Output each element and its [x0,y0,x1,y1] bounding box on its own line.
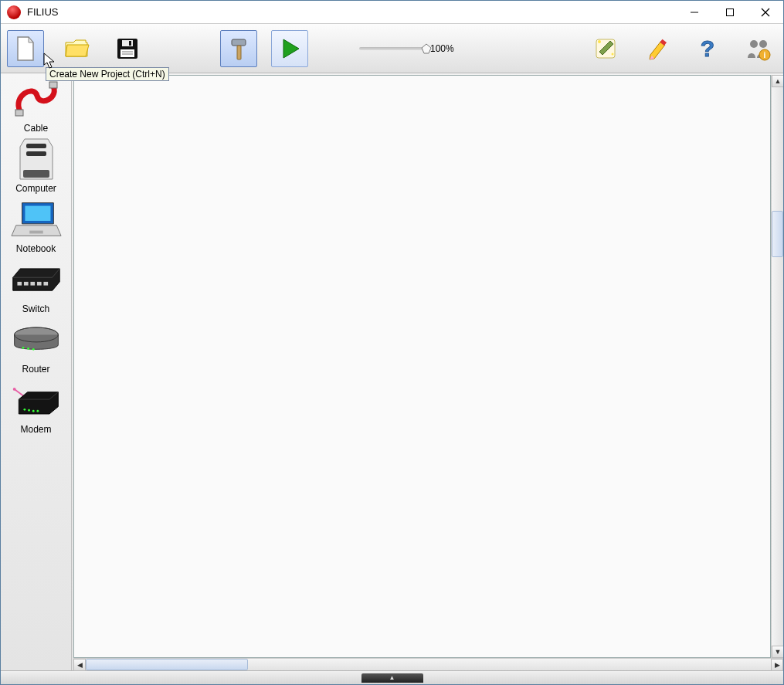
play-icon [276,35,304,63]
app-title: FILIUS [27,6,58,18]
svg-rect-28 [17,282,22,286]
palette-label: Cable [3,123,70,134]
svg-rect-21 [15,110,23,116]
design-canvas[interactable] [73,75,771,658]
svg-text:?: ? [701,36,714,61]
wizard-icon [592,35,619,63]
scroll-up-icon[interactable]: ▲ [772,75,784,87]
svg-rect-1 [727,8,734,15]
component-palette: Cable Computer [1,73,72,670]
palette-item-modem[interactable]: Modem [3,376,70,436]
scroll-left-icon[interactable]: ◀ [73,659,86,671]
new-project-button[interactable] [7,30,44,67]
tooltip: Create New Project (Ctrl+N) [46,67,169,81]
switch-icon [10,265,63,296]
svg-point-36 [27,348,29,350]
svg-point-43 [36,410,39,412]
svg-point-37 [32,348,34,351]
canvas-wrap: ▲ ▼ ◀ ▶ [72,73,783,670]
notebook-icon [10,199,63,241]
svg-point-40 [23,409,25,411]
floppy-icon [114,35,141,63]
palette-item-notebook[interactable]: Notebook [3,195,70,256]
scroll-thumb[interactable] [772,211,783,257]
design-mode-button[interactable] [220,30,257,67]
palette-label: Switch [3,304,70,314]
palette-item-computer[interactable]: Computer [3,135,70,195]
main-area: Cable Computer [1,73,783,670]
panel-expand-handle[interactable]: ▲ [361,673,423,683]
svg-point-17 [750,40,758,48]
maximize-button[interactable] [712,1,748,24]
palette-item-cable[interactable]: Cable [3,75,70,135]
svg-rect-29 [23,282,28,286]
modem-icon [10,382,63,419]
hammer-icon [225,35,253,63]
wizard-button[interactable] [587,30,624,67]
svg-point-41 [28,409,30,412]
svg-point-42 [32,410,34,412]
scroll-down-icon[interactable]: ▼ [772,646,784,658]
scroll-thumb[interactable] [86,659,248,670]
svg-rect-22 [49,82,57,88]
svg-rect-31 [36,282,41,286]
svg-rect-6 [129,41,131,46]
titlebar: FILIUS [1,1,783,24]
zoom-slider[interactable]: 100% [359,43,454,54]
help-button[interactable]: ? [689,30,726,67]
palette-label: Router [3,364,70,375]
about-button[interactable]: i [740,30,777,67]
svg-point-13 [598,40,601,43]
svg-rect-25 [23,170,49,178]
scroll-right-icon[interactable]: ▶ [771,659,783,671]
toolbar: 100% ? [1,24,783,73]
slider-thumb-icon [421,43,432,54]
simulation-mode-button[interactable] [271,30,308,67]
palette-label: Computer [3,183,70,194]
app-icon [7,5,21,19]
question-icon: ? [694,35,721,63]
svg-point-14 [612,53,614,55]
documentation-button[interactable] [638,30,675,67]
palette-item-switch[interactable]: Switch [3,256,70,316]
svg-rect-10 [232,39,246,46]
people-info-icon: i [745,35,772,63]
save-project-button[interactable] [109,30,146,67]
svg-rect-26 [25,206,50,221]
open-project-button[interactable] [58,30,95,67]
svg-rect-24 [26,151,46,156]
svg-rect-27 [29,231,42,234]
close-button[interactable] [748,1,783,24]
cable-icon [11,80,62,119]
svg-point-18 [759,40,767,48]
svg-point-39 [12,388,15,391]
vertical-scrollbar[interactable]: ▲ ▼ [771,75,783,658]
svg-rect-30 [30,282,35,286]
svg-rect-7 [120,49,134,57]
svg-point-35 [22,347,24,349]
computer-tower-icon [11,136,62,184]
router-icon [10,324,63,358]
svg-rect-23 [26,144,46,148]
new-file-icon [12,35,39,63]
bottom-panel: ▲ [1,670,783,684]
pencil-icon [643,35,670,63]
palette-item-router[interactable]: Router [3,316,70,376]
zoom-label: 100% [430,43,454,54]
horizontal-scrollbar[interactable]: ◀ ▶ [73,658,783,670]
folder-icon [63,35,90,63]
svg-rect-32 [43,282,48,286]
svg-rect-11 [237,46,241,59]
palette-label: Notebook [3,243,70,254]
minimize-button[interactable] [677,1,712,24]
svg-text:i: i [764,51,766,59]
palette-label: Modem [3,424,70,435]
